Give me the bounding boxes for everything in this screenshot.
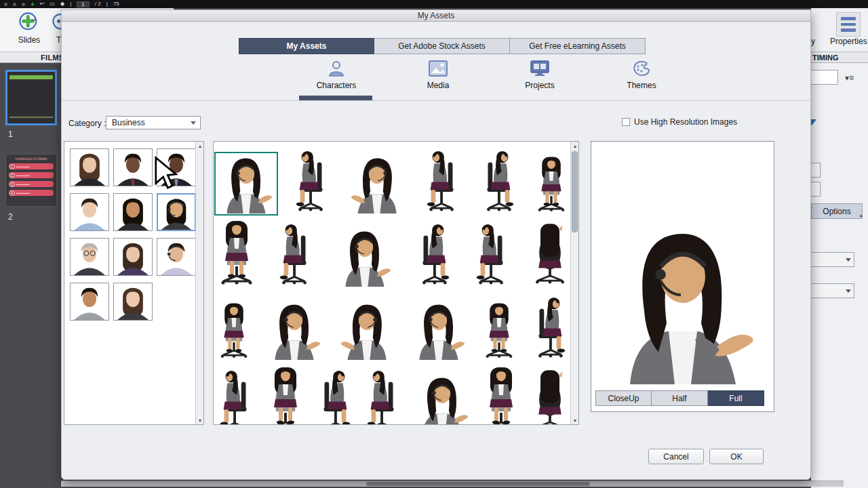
slide-number-box[interactable]: 1 [77,1,89,7]
tab-free-elearning[interactable]: Get Free eLearning Assets [510,38,646,54]
app-horizontal-scrollbar[interactable] [61,481,844,487]
category-characters-label: Characters [299,81,374,90]
ok-button[interactable]: OK [709,449,764,464]
character-face-thumbnail[interactable] [70,238,109,276]
character-pose-thumbnail[interactable] [276,221,315,287]
character-pose-thumbnail[interactable] [335,227,395,287]
scrollbar-thumb[interactable] [366,482,590,486]
character-pose-thumbnail[interactable] [347,154,407,214]
divider: | [70,1,71,7]
character-pose-thumbnail[interactable] [478,148,517,214]
category-label: Category : [68,119,106,128]
timing-header[interactable]: TIMING [811,52,868,63]
category-media[interactable]: Media [401,60,475,90]
tab-my-assets[interactable]: My Assets [239,38,374,54]
property-dropdown-1[interactable] [806,252,854,267]
timing-label: TIMING [812,54,839,62]
faces-grid [70,148,195,321]
character-face-thumbnail[interactable] [70,283,109,321]
scroll-down-icon[interactable]: ▼ [196,416,204,424]
category-projects[interactable]: Projects [502,60,577,90]
pose-row [216,219,569,287]
character-face-thumbnail[interactable] [157,193,196,231]
slide-total-label: / 2 [95,1,101,7]
scroll-up-icon[interactable]: ▲ [196,142,204,150]
scroll-up-icon[interactable]: ▲ [571,142,579,150]
add-icon[interactable]: + [31,1,35,8]
property-dropdown-2[interactable] [806,283,854,298]
character-face-thumbnail[interactable] [157,148,196,186]
character-pose-thumbnail[interactable] [216,367,256,425]
character-pose-thumbnail[interactable] [265,365,306,425]
slide2-title: Introduction to Adobe [9,157,54,161]
app-top-toolbar: + ↩ ▭ ◆ | 1 / 2 | 75 [0,0,868,8]
character-pose-thumbnail[interactable] [292,148,332,214]
faces-scrollbar[interactable]: ▲ ▼ [195,142,203,424]
chevron-down-icon [846,289,851,293]
half-button[interactable]: Half [652,390,708,406]
divider: | [106,1,108,7]
window-dot[interactable] [22,3,25,6]
filmstrip-slide-2[interactable]: Introduction to Adobe 1▬▬▬▬▬2▬▬▬▬▬3▬▬▬▬▬… [5,154,57,207]
character-pose-thumbnail[interactable] [423,148,462,214]
character-pose-thumbnail[interactable] [363,367,403,425]
slides-button[interactable]: Slides [5,11,53,45]
character-pose-thumbnail[interactable] [337,300,397,360]
category-dropdown-value: Business [112,118,145,127]
selected-category-underline [299,96,372,100]
tab-adobe-stock[interactable]: Get Adobe Stock Assets [374,38,510,54]
character-face-thumbnail[interactable] [113,283,153,321]
character-pose-thumbnail[interactable] [414,221,453,287]
undo-icon[interactable]: ↩ [40,1,45,7]
character-pose-thumbnail[interactable] [216,154,276,214]
dialog-title-bar[interactable]: My Assets [62,10,810,22]
character-pose-thumbnail[interactable] [534,155,569,214]
character-pose-thumbnail[interactable] [481,365,521,425]
poses-scrollbar[interactable]: ▲ ▼ [570,142,578,424]
options-tab[interactable]: Options [811,203,863,219]
character-face-thumbnail[interactable] [113,148,153,186]
slide1-footer-line [9,117,53,118]
character-pose-thumbnail[interactable] [409,300,469,360]
list-menu-icon[interactable]: ▾≡ [845,73,854,83]
document-icon[interactable]: ▭ [50,1,56,7]
high-res-checkbox[interactable] [622,118,630,126]
character-pose-thumbnail[interactable] [216,302,252,360]
character-face-thumbnail[interactable] [113,238,153,276]
character-pose-thumbnail[interactable] [530,294,569,360]
character-pose-thumbnail[interactable] [264,300,324,360]
character-pose-thumbnail[interactable] [473,221,512,287]
pose-rows [216,146,569,425]
character-pose-thumbnail[interactable] [481,302,517,360]
slide2-number: 2 [8,212,13,222]
character-pose-thumbnail[interactable] [315,367,354,425]
character-pose-thumbnail[interactable] [216,219,257,287]
character-pose-thumbnail[interactable] [531,368,569,425]
category-characters[interactable]: Characters [299,60,374,90]
scroll-up-icon[interactable]: ▲ [859,213,863,218]
full-button[interactable]: Full [708,390,764,406]
scroll-down-icon[interactable]: ▼ [571,416,579,424]
window-dot[interactable] [13,3,16,6]
closeup-button[interactable]: CloseUp [595,390,652,406]
cancel-button[interactable]: Cancel [648,449,704,464]
character-face-thumbnail[interactable] [113,193,153,231]
character-face-thumbnail[interactable] [70,148,109,186]
slide2-bullet-bar: 3▬▬▬▬▬ [9,181,54,187]
character-pose-thumbnail[interactable] [531,222,569,287]
asset-category-icons: Characters Media Projects Themes [299,60,679,90]
category-dropdown[interactable]: Business [106,116,201,129]
zoom-value-label[interactable]: 75 [113,1,119,7]
category-themes[interactable]: Themes [604,60,679,90]
character-face-thumbnail[interactable] [70,193,109,231]
filmstrip-slide-1[interactable] [5,70,57,125]
window-dot[interactable] [4,3,7,6]
character-pose-thumbnail[interactable] [412,373,472,425]
properties-button[interactable]: Properties [830,12,867,46]
character-poses-panel: ▲ ▼ [213,141,579,425]
shape-icon[interactable]: ◆ [60,1,64,7]
palette-icon [604,60,679,77]
character-face-thumbnail[interactable] [157,238,196,276]
high-res-label: Use High Resolution Images [634,117,737,127]
scrollbar-thumb[interactable] [572,151,578,232]
